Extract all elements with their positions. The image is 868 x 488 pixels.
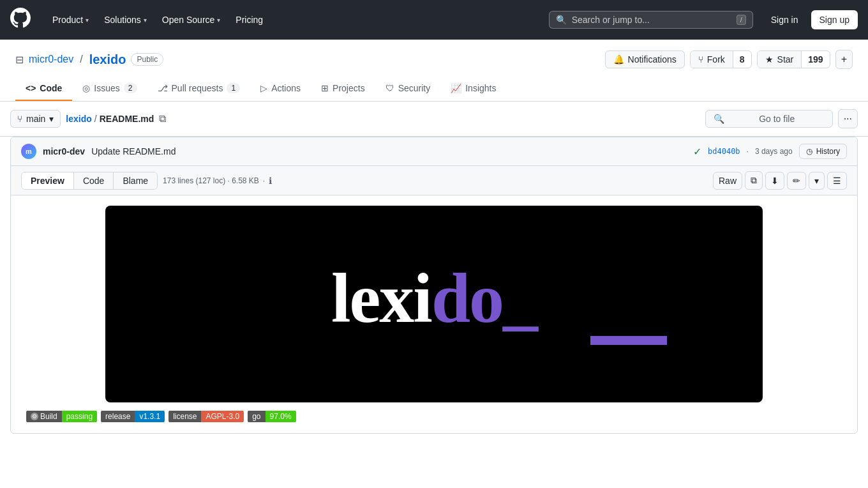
star-button-group: ★ Star 199 xyxy=(757,50,830,68)
chevron-down-icon: ▾ xyxy=(86,17,89,24)
badge-go-value: 97.0% xyxy=(266,411,296,422)
commit-dot: · xyxy=(747,147,749,156)
repo-actions: 🔔 Notifications ⑂ Fork 8 ★ Star 199 + xyxy=(605,50,853,69)
copy-icon: ⧉ xyxy=(159,113,166,124)
tab-pull-requests[interactable]: ⎇ Pull requests 1 xyxy=(147,77,251,101)
repo-header: ⊟ micr0-dev / lexido Public 🔔 Notificati… xyxy=(0,40,868,102)
copy-path-button[interactable]: ⧉ xyxy=(156,111,168,127)
list-view-button[interactable]: ☰ xyxy=(827,172,847,190)
insights-icon: 📈 xyxy=(451,83,461,93)
pr-icon: ⎇ xyxy=(158,83,168,93)
repo-name-link[interactable]: lexido xyxy=(89,52,126,67)
star-button[interactable]: ★ Star xyxy=(758,51,802,68)
star-icon: ★ xyxy=(765,54,774,65)
chevron-down-icon: ▾ xyxy=(814,176,819,186)
file-border-box: m micr0-dev Update README.md ✓ bd4040b ·… xyxy=(10,137,858,434)
breadcrumb-file: README.md xyxy=(100,114,154,124)
branch-icon: ⑂ xyxy=(17,114,22,124)
branch-selector[interactable]: ⑂ main ▾ xyxy=(10,110,61,128)
commit-time: 3 days ago xyxy=(755,147,793,156)
info-icon[interactable]: ℹ xyxy=(269,176,272,186)
pencil-icon: ✏ xyxy=(793,176,800,186)
logo-lexi: lexi xyxy=(331,263,431,333)
repo-visibility-badge: Public xyxy=(131,53,163,66)
badge-build-value: passing xyxy=(62,411,97,422)
logo-text: lexido_ xyxy=(331,263,537,333)
file-meta-dot: · xyxy=(263,176,265,185)
edit-button[interactable]: ✏ xyxy=(787,172,806,190)
search-box[interactable]: 🔍 Search or jump to... / xyxy=(549,11,753,29)
commit-hash-link[interactable]: bd4040b xyxy=(708,147,740,156)
copy-icon: ⧉ xyxy=(751,175,757,185)
search-container: 🔍 Search or jump to... / xyxy=(549,11,753,29)
file-area: ⑂ main ▾ lexido / README.md ⧉ 🔍 Go to fi… xyxy=(0,102,868,434)
notifications-button[interactable]: 🔔 Notifications xyxy=(605,50,685,68)
author-avatar: m xyxy=(21,144,36,159)
nav-open-source[interactable]: Open Source ▾ xyxy=(156,11,227,29)
license-badge[interactable]: license AGPL-3.0 xyxy=(168,410,244,423)
view-tabs: Preview Code Blame xyxy=(21,172,158,190)
go-badge[interactable]: go 97.0% xyxy=(248,410,296,423)
repo-action-plus-button[interactable]: + xyxy=(835,50,853,69)
download-button[interactable]: ⬇ xyxy=(765,172,784,190)
nav-product[interactable]: Product ▾ xyxy=(46,11,95,29)
tab-issues[interactable]: ◎ Issues 2 xyxy=(72,77,147,101)
issues-count: 2 xyxy=(124,83,137,93)
badge-build-icon: ⚙ xyxy=(31,413,38,420)
tab-projects[interactable]: ⊞ Projects xyxy=(311,77,375,101)
tab-security[interactable]: 🛡 Security xyxy=(375,77,441,101)
logo-underscore: _ xyxy=(503,263,537,333)
github-logo[interactable] xyxy=(10,8,31,32)
fork-icon: ⑂ xyxy=(698,54,703,65)
readme-logo-image: lexido_ xyxy=(105,206,763,402)
tab-actions[interactable]: ▷ Actions xyxy=(250,77,311,101)
commit-status-icon: ✓ xyxy=(693,146,701,158)
fork-count[interactable]: 8 xyxy=(733,51,751,68)
copy-button[interactable]: ⧉ xyxy=(745,171,763,190)
logo-do: do xyxy=(431,263,503,333)
projects-icon: ⊞ xyxy=(321,83,329,93)
tab-code[interactable]: <> Code xyxy=(15,77,72,101)
badge-license-value: AGPL-3.0 xyxy=(201,411,244,422)
search-icon: 🔍 xyxy=(714,114,724,124)
fork-button[interactable]: ⑂ Fork xyxy=(691,51,733,68)
sign-up-button[interactable]: Sign up xyxy=(811,10,858,29)
goto-file-button[interactable]: 🔍 Go to file xyxy=(705,110,833,128)
more-options-button[interactable]: ··· xyxy=(838,109,858,128)
breadcrumb: lexido / README.md ⧉ xyxy=(66,111,700,127)
history-button[interactable]: ◷ History xyxy=(799,144,847,159)
sign-in-button[interactable]: Sign in xyxy=(763,11,806,29)
raw-button[interactable]: Raw xyxy=(713,172,742,190)
tab-blame[interactable]: Blame xyxy=(114,172,157,189)
tab-insights[interactable]: 📈 Insights xyxy=(440,77,506,101)
notifications-label: Notifications xyxy=(628,54,677,65)
release-badge[interactable]: release v1.3.1 xyxy=(101,410,165,423)
repo-title-row: ⊟ micr0-dev / lexido Public 🔔 Notificati… xyxy=(15,50,853,69)
nav-pricing[interactable]: Pricing xyxy=(229,11,269,29)
repo-owner-link[interactable]: micr0-dev xyxy=(29,54,73,65)
tab-code[interactable]: Code xyxy=(74,172,114,189)
file-content-toolbar: Preview Code Blame 173 lines (127 loc) ·… xyxy=(11,166,857,195)
goto-file-label: Go to file xyxy=(730,114,825,124)
commit-message: Update README.md xyxy=(91,146,687,156)
download-icon: ⬇ xyxy=(771,176,779,186)
search-placeholder: Search or jump to... xyxy=(572,15,731,25)
repo-separator: / xyxy=(80,54,82,65)
repo-icon: ⊟ xyxy=(15,54,24,66)
breadcrumb-repo-link[interactable]: lexido xyxy=(66,114,91,124)
star-count[interactable]: 199 xyxy=(801,51,829,68)
chevron-down-icon: ▾ xyxy=(217,17,220,24)
issues-icon: ◎ xyxy=(82,83,90,93)
fork-button-group: ⑂ Fork 8 xyxy=(690,50,752,68)
nav-solutions[interactable]: Solutions ▾ xyxy=(98,11,153,29)
commit-author[interactable]: micr0-dev xyxy=(43,146,85,156)
actions-icon: ▷ xyxy=(260,83,267,93)
readme-content: lexido_ ⚙ Build passing xyxy=(11,195,857,433)
chevron-down-icon: ▾ xyxy=(49,114,54,124)
more-icon: ··· xyxy=(844,113,852,124)
more-file-options-button[interactable]: ▾ xyxy=(809,172,825,190)
build-badge[interactable]: ⚙ Build passing xyxy=(26,410,97,423)
tab-preview[interactable]: Preview xyxy=(22,172,74,189)
bell-icon: 🔔 xyxy=(613,54,624,65)
file-toolbar: ⑂ main ▾ lexido / README.md ⧉ 🔍 Go to fi… xyxy=(0,102,868,137)
